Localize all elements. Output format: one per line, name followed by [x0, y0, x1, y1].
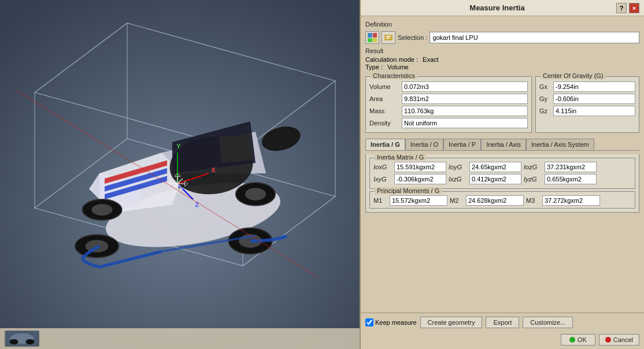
characteristics-group: Characteristics Volume 0.072m3 Area 9.83…	[365, 76, 532, 133]
density-value: Not uniform	[402, 118, 528, 128]
svg-text:X: X	[211, 166, 216, 173]
iozg-label: IozG	[524, 164, 542, 170]
definition-row: Selection : gokart final LPU	[365, 31, 639, 44]
svg-rect-40	[368, 38, 372, 42]
definition-icon-2[interactable]	[382, 31, 395, 44]
density-label: Density	[369, 120, 399, 127]
gy-value: -0.606in	[553, 94, 635, 104]
3d-viewport: X Y Z	[0, 0, 360, 349]
m2-label: M2	[450, 197, 464, 204]
definition-icon-1[interactable]	[365, 31, 379, 44]
action-bar: Keep measure Create geometry Export Cust…	[361, 313, 644, 332]
ok-label: OK	[578, 336, 587, 343]
type-row: Type : Volume	[365, 64, 639, 70]
measure-inertia-dialog: Measure Inertia ? × Definition	[360, 0, 644, 349]
principal-moments-row: M1 15.572kgxm2 M2 24.628kgxm2 M3 37.272k…	[373, 195, 631, 206]
create-geometry-button[interactable]: Create geometry	[420, 317, 483, 328]
principal-moments-title: Principal Moments / G	[375, 187, 442, 194]
gz-row: Gz 4.115in	[539, 106, 635, 116]
m3-label: M3	[526, 197, 540, 204]
svg-rect-38	[368, 33, 372, 38]
ixyg-label: IxyG	[373, 176, 392, 183]
ixzg-label: IxzG	[449, 176, 467, 183]
svg-rect-42	[384, 35, 393, 40]
cog-title: Center Of Gravity (G)	[541, 72, 606, 79]
tab-inertia-axis[interactable]: Inertia / Axis	[481, 139, 526, 150]
ioxg-label: IoxG	[373, 164, 392, 170]
svg-point-14	[92, 204, 113, 216]
svg-point-12	[245, 188, 266, 201]
dialog-title: Measure Inertia	[378, 3, 616, 12]
inertia-tabs: Inertia / G Inertia / O Inertia / P Iner…	[365, 139, 639, 151]
cog-group: Center Of Gravity (G) Gx -9.254in Gy -0.…	[535, 76, 639, 133]
gx-label: Gx	[539, 83, 551, 90]
density-row: Density Not uniform	[369, 118, 528, 128]
iyzg-label: IyzG	[524, 176, 542, 183]
characteristics-title: Characteristics	[371, 72, 417, 79]
cancel-label: Cancel	[613, 336, 633, 343]
iozg-value: 37.231kgxm2	[545, 162, 597, 172]
svg-text:Y: Y	[176, 143, 181, 150]
m1-value: 15.572kgxm2	[390, 195, 447, 206]
type-label: Type :	[365, 64, 383, 70]
keep-measure-wrap: Keep measure	[365, 318, 417, 326]
principal-moments-group: Principal Moments / G M1 15.572kgxm2 M2 …	[369, 191, 635, 209]
tab-inertia-g[interactable]: Inertia / G	[365, 139, 405, 150]
svg-point-36	[10, 339, 18, 344]
inertia-matrix-row2: IxyG -0.306kgxm2 IxzG 0.412kgxm2 IyzG 0.…	[373, 174, 631, 184]
svg-point-37	[26, 339, 35, 344]
gy-label: Gy	[539, 95, 551, 102]
mass-row: Mass 110.763kg	[369, 106, 528, 116]
inertia-matrix-title: Inertia Matrix / G	[375, 154, 426, 161]
thumbnail-preview	[5, 331, 39, 347]
mass-value: 110.763kg	[402, 106, 528, 116]
help-button[interactable]: ?	[616, 3, 627, 13]
mass-label: Mass	[369, 107, 399, 114]
cancel-icon	[605, 337, 611, 343]
result-label: Result	[365, 47, 639, 54]
m3-value: 37.272kgxm2	[542, 195, 600, 206]
ioyg-value: 24.65kgxm2	[469, 162, 521, 172]
area-row: Area 9.831m2	[369, 94, 528, 104]
type-value: Volume	[387, 64, 409, 70]
volume-row: Volume 0.072m3	[369, 81, 528, 92]
tab-inertia-o[interactable]: Inertia / O	[405, 139, 443, 150]
result-section: Result Calculation mode : Exact Type : V…	[365, 47, 639, 70]
inertia-matrix-group: Inertia Matrix / G IoxG 15.591kgxm2 IoyG…	[369, 158, 635, 189]
ok-cancel-bar: OK Cancel	[361, 332, 644, 349]
calc-mode-label: Calculation mode :	[365, 56, 418, 63]
ioxg-value: 15.591kgxm2	[394, 162, 446, 172]
dialog-content: Definition	[361, 16, 644, 313]
gz-value: 4.115in	[553, 106, 635, 116]
selection-value: gokart final LPU	[430, 32, 639, 43]
volume-label: Volume	[369, 83, 399, 90]
cancel-button[interactable]: Cancel	[599, 334, 639, 346]
ok-button[interactable]: OK	[561, 334, 595, 346]
volume-value: 0.072m3	[402, 81, 528, 92]
characteristics-cog-section: Characteristics Volume 0.072m3 Area 9.83…	[365, 76, 639, 133]
gy-row: Gy -0.606in	[539, 94, 635, 104]
definition-section: Definition	[365, 21, 639, 44]
close-button[interactable]: ×	[629, 3, 639, 13]
calc-mode-value: Exact	[423, 56, 439, 63]
inertia-content: Inertia Matrix / G IoxG 15.591kgxm2 IoyG…	[365, 154, 639, 213]
ioyg-label: IoyG	[449, 164, 467, 170]
customize-button[interactable]: Customize...	[523, 317, 573, 328]
area-value: 9.831m2	[402, 94, 528, 104]
ok-icon	[569, 337, 575, 343]
gx-value: -9.254in	[553, 81, 635, 92]
export-button[interactable]: Export	[486, 317, 519, 328]
gx-row: Gx -9.254in	[539, 81, 635, 92]
svg-rect-41	[373, 38, 377, 42]
m2-value: 24.628kgxm2	[466, 195, 524, 206]
definition-label: Definition	[365, 21, 639, 28]
area-label: Area	[369, 95, 399, 102]
tab-inertia-p[interactable]: Inertia / P	[443, 139, 481, 150]
iyzg-value: 0.655kgxm2	[545, 174, 597, 184]
keep-measure-label: Keep measure	[375, 319, 417, 326]
tab-inertia-axis-system[interactable]: Inertia / Axis System	[526, 139, 594, 150]
keep-measure-checkbox[interactable]	[365, 318, 373, 326]
ixyg-value: -0.306kgxm2	[394, 174, 446, 184]
selection-label: Selection :	[398, 34, 427, 41]
gz-label: Gz	[539, 107, 551, 114]
